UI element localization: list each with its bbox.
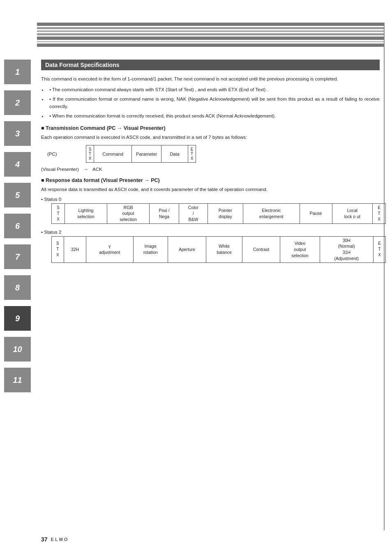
data-cell: Data — [161, 145, 188, 163]
command-cell: Command — [94, 145, 132, 163]
footer: 37 ELMO — [41, 536, 69, 543]
bullet-item-3: When the communication format is correct… — [47, 112, 380, 120]
chapter-7: 7 — [4, 244, 31, 269]
etx-cell: ETX — [188, 145, 196, 163]
status2-stx: STX — [52, 236, 64, 263]
status0-rgb: RGBoutputselection — [107, 203, 150, 223]
chapter-10: 10 — [4, 337, 31, 362]
bullet-list: The communication command always starts … — [47, 86, 380, 120]
bullet-item-1: The communication command always starts … — [47, 86, 380, 93]
status2-image: Imagerotation — [133, 236, 168, 263]
intro-text: This command is executed in the form of … — [41, 75, 380, 83]
chapter-4: 4 — [4, 152, 31, 177]
chapter-5: 5 — [4, 183, 31, 207]
ack-label: ACK — [92, 167, 102, 172]
status0-local: Locallock o ut — [332, 203, 372, 223]
arrow-label: → — [83, 167, 88, 172]
visual-presenter-label: (Visual Presenter) — [41, 167, 79, 172]
status0-pointer: Pointerdisplay — [208, 203, 243, 223]
ack-line: (Visual Presenter) → ACK — [41, 167, 380, 172]
transmission-body: Each operation command is executed in AS… — [41, 134, 380, 141]
status0-pause: Pause — [300, 203, 332, 223]
transmission-heading: Transmission Command (PC → Visual Presen… — [41, 125, 380, 131]
chapter-11: 11 — [4, 368, 31, 392]
status0-color: Color/B&W — [179, 203, 208, 223]
top-decorative-lines — [37, 23, 384, 51]
status2-30h: 30H(Normal)31H(Adjustment) — [320, 236, 374, 263]
status2-etx: ETX — [374, 236, 386, 263]
status0-electronic: Electronicenlargement — [243, 203, 300, 223]
status2-white: Whitebalance — [206, 236, 242, 263]
status2-aperture: Aperture — [168, 236, 206, 263]
response-heading: Response data format (Visual Presenter →… — [41, 177, 380, 183]
status2-gamma: γadjustment — [86, 236, 133, 263]
stx-cell: STX — [86, 145, 94, 163]
chapter-3: 3 — [4, 121, 31, 146]
status0-lighting: Lightingselection — [65, 203, 107, 223]
pc-label: (PC) — [47, 152, 57, 157]
right-border — [384, 23, 385, 530]
section-title: Data Format Specifications — [41, 60, 380, 70]
status2-table-container: STX 32H γadjustment Imagerotation Apertu… — [45, 236, 380, 263]
status2-label: • Status 2 — [41, 230, 380, 235]
status0-table: STX Lightingselection RGBoutputselection… — [51, 203, 386, 224]
status0-stx: STX — [52, 203, 65, 223]
response-body: All response data is transmitted as ASCI… — [41, 186, 380, 193]
status2-video: Videooutputselection — [280, 236, 320, 263]
transmission-table-container: (PC) STX Command Parameter Data ETX — [41, 145, 380, 163]
elmo-logo: ELMO — [51, 537, 69, 542]
status0-table-container: STX Lightingselection RGBoutputselection… — [45, 203, 380, 224]
status2-table: STX 32H γadjustment Imagerotation Apertu… — [51, 236, 386, 263]
status2-32h: 32H — [64, 236, 86, 263]
chapter-8: 8 — [4, 275, 31, 300]
bullet-item-2: If the communication format or command n… — [47, 95, 380, 111]
chapter-2: 2 — [4, 90, 31, 115]
transmission-table: STX Command Parameter Data ETX — [86, 145, 196, 163]
status0-etx: ETX — [372, 203, 385, 223]
parameter-cell: Parameter — [132, 145, 161, 163]
status0-posi: Posi /Nega — [150, 203, 179, 223]
sidebar: 1 2 3 4 5 6 7 8 9 10 11 — [0, 0, 37, 555]
chapter-9: 9 — [4, 306, 31, 331]
status2-contrast: Contrast — [242, 236, 280, 263]
page-number: 37 — [41, 536, 48, 543]
chapter-6: 6 — [4, 214, 31, 238]
main-content: Data Format Specifications This command … — [41, 60, 380, 269]
status0-label: • Status 0 — [41, 197, 380, 202]
chapter-1: 1 — [4, 60, 31, 84]
